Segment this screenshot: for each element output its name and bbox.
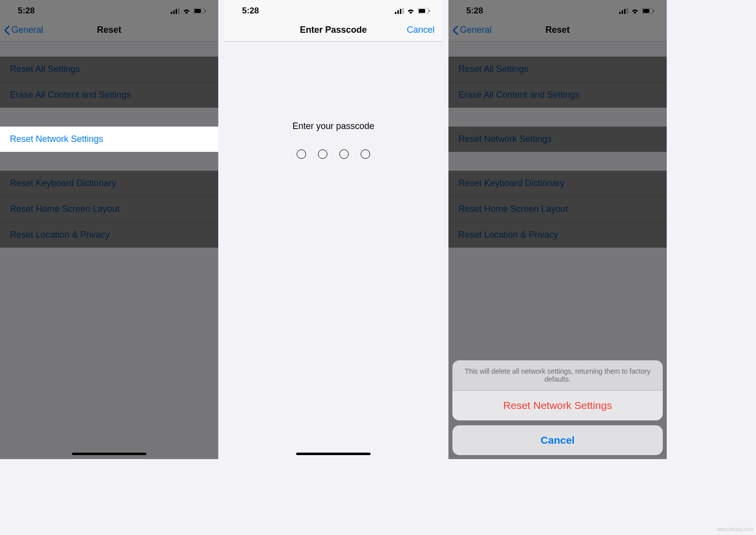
- cellular-signal-icon: [171, 8, 180, 14]
- status-bar: 5:28: [448, 0, 667, 19]
- svg-rect-6: [205, 10, 206, 12]
- svg-rect-16: [624, 9, 626, 14]
- reset-network-settings[interactable]: Reset Network Settings: [0, 127, 218, 152]
- nav-back-label: General: [11, 25, 43, 35]
- svg-rect-13: [429, 10, 430, 12]
- home-indicator[interactable]: [296, 453, 371, 455]
- action-sheet: This will delete all network settings, r…: [452, 360, 663, 455]
- nav-back-label: General: [460, 25, 492, 35]
- nav-bar: General Reset: [448, 19, 667, 42]
- passcode-dot: [339, 149, 349, 159]
- action-sheet-cancel-button[interactable]: Cancel: [452, 425, 663, 455]
- nav-bar: General Reset: [0, 19, 218, 42]
- status-time: 5:28: [242, 6, 259, 16]
- cellular-signal-icon: [619, 8, 628, 14]
- status-icons: [395, 8, 431, 14]
- reset-home-screen-layout[interactable]: Reset Home Screen Layout: [448, 197, 667, 222]
- erase-all-content[interactable]: Erase All Content and Settings: [0, 82, 218, 108]
- svg-rect-5: [194, 9, 201, 13]
- wifi-icon: [407, 8, 415, 14]
- passcode-dot: [361, 149, 370, 159]
- wifi-icon: [183, 8, 190, 14]
- svg-rect-10: [402, 8, 404, 14]
- reset-location-privacy[interactable]: Reset Location & Privacy: [0, 222, 218, 248]
- action-sheet-header: This will delete all network settings, r…: [452, 360, 663, 391]
- svg-rect-1: [173, 10, 175, 14]
- action-sheet-card: This will delete all network settings, r…: [452, 360, 663, 420]
- action-sheet-destructive-button[interactable]: Reset Network Settings: [452, 391, 663, 420]
- chevron-left-icon: [4, 25, 10, 35]
- battery-icon: [642, 8, 655, 14]
- phone-screen-reset-highlighted: 5:28 General Reset Reset All Settings Er…: [0, 0, 218, 459]
- nav-back-button[interactable]: General: [0, 25, 43, 35]
- svg-rect-2: [176, 9, 177, 14]
- svg-rect-15: [622, 10, 623, 14]
- passcode-prompt: Enter your passcode: [224, 121, 442, 132]
- passcode-dot: [297, 149, 306, 159]
- svg-rect-17: [627, 8, 628, 14]
- reset-location-privacy[interactable]: Reset Location & Privacy: [448, 222, 667, 248]
- svg-rect-0: [171, 12, 172, 14]
- wifi-icon: [631, 8, 639, 14]
- reset-all-settings[interactable]: Reset All Settings: [0, 57, 218, 82]
- nav-back-button[interactable]: General: [448, 25, 492, 35]
- svg-rect-7: [395, 12, 396, 14]
- phone-screen-reset-actionsheet: 5:28 General Reset Reset All Settings Er…: [448, 0, 667, 459]
- svg-rect-12: [419, 9, 425, 13]
- passcode-area: Enter your passcode: [224, 42, 442, 159]
- passcode-dot: [318, 149, 327, 159]
- svg-rect-8: [397, 10, 399, 14]
- reset-home-screen-layout[interactable]: Reset Home Screen Layout: [0, 197, 218, 222]
- watermark: www.deuaq.com: [717, 527, 753, 532]
- status-bar: 5:28: [224, 0, 442, 19]
- reset-network-settings[interactable]: Reset Network Settings: [448, 127, 667, 152]
- svg-rect-9: [400, 9, 401, 14]
- chevron-left-icon: [452, 25, 458, 35]
- reset-keyboard-dictionary[interactable]: Reset Keyboard Dictionary: [448, 171, 667, 197]
- battery-icon: [193, 8, 206, 14]
- passcode-dots: [224, 149, 442, 159]
- cellular-signal-icon: [395, 8, 404, 14]
- phone-screen-passcode: 5:28 Enter Passcode Cancel Enter your pa…: [224, 0, 442, 459]
- erase-all-content[interactable]: Erase All Content and Settings: [448, 82, 667, 108]
- svg-rect-20: [653, 10, 654, 12]
- cancel-button[interactable]: Cancel: [407, 25, 435, 35]
- nav-bar: Enter Passcode Cancel: [224, 19, 442, 42]
- status-icons: [619, 8, 655, 14]
- svg-rect-14: [619, 12, 621, 14]
- home-indicator[interactable]: [72, 453, 146, 455]
- status-time: 5:28: [18, 6, 35, 16]
- status-bar: 5:28: [0, 0, 218, 19]
- svg-rect-3: [178, 8, 180, 14]
- svg-rect-19: [643, 9, 649, 13]
- status-icons: [171, 8, 206, 14]
- status-time: 5:28: [466, 6, 483, 16]
- reset-keyboard-dictionary[interactable]: Reset Keyboard Dictionary: [0, 171, 218, 197]
- battery-icon: [418, 8, 431, 14]
- reset-all-settings[interactable]: Reset All Settings: [448, 57, 667, 82]
